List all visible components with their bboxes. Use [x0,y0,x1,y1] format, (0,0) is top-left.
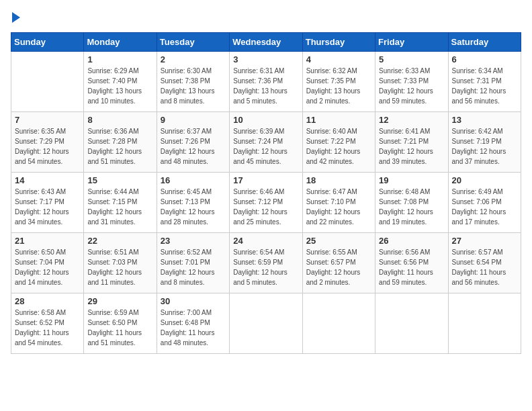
day-detail: Sunrise: 6:49 AM Sunset: 7:06 PM Dayligh… [452,187,517,227]
day-cell: 2Sunrise: 6:30 AM Sunset: 7:38 PM Daylig… [157,51,229,111]
day-detail: Sunrise: 6:43 AM Sunset: 7:17 PM Dayligh… [15,187,80,227]
day-detail: Sunrise: 6:50 AM Sunset: 7:04 PM Dayligh… [15,247,80,287]
day-number: 12 [379,115,444,125]
day-cell: 3Sunrise: 6:31 AM Sunset: 7:36 PM Daylig… [230,51,302,111]
week-row-5: 28Sunrise: 6:58 AM Sunset: 6:52 PM Dayli… [11,293,521,353]
day-number: 1 [87,54,152,64]
day-number: 4 [306,54,371,64]
day-number: 13 [452,115,517,125]
day-number: 5 [379,54,444,64]
day-cell: 10Sunrise: 6:39 AM Sunset: 7:24 PM Dayli… [230,111,302,172]
day-cell: 5Sunrise: 6:33 AM Sunset: 7:33 PM Daylig… [375,51,448,111]
day-number: 15 [87,175,152,185]
day-detail: Sunrise: 6:57 AM Sunset: 6:54 PM Dayligh… [452,247,517,287]
header-thursday: Thursday [302,32,375,51]
day-number: 20 [452,175,517,185]
day-cell [11,51,84,111]
day-detail: Sunrise: 6:35 AM Sunset: 7:29 PM Dayligh… [15,126,80,167]
day-detail: Sunrise: 6:48 AM Sunset: 7:08 PM Dayligh… [379,187,444,227]
day-number: 22 [87,236,152,246]
day-number: 11 [306,115,371,125]
day-number: 26 [379,236,444,246]
day-cell: 23Sunrise: 6:52 AM Sunset: 7:01 PM Dayli… [157,232,229,293]
week-row-4: 21Sunrise: 6:50 AM Sunset: 7:04 PM Dayli… [11,232,521,293]
day-number: 7 [15,115,80,125]
day-detail: Sunrise: 6:54 AM Sunset: 6:59 PM Dayligh… [233,247,298,287]
day-detail: Sunrise: 6:29 AM Sunset: 7:40 PM Dayligh… [87,66,152,106]
day-cell: 15Sunrise: 6:44 AM Sunset: 7:15 PM Dayli… [84,172,157,232]
day-number: 30 [161,296,226,306]
day-cell [375,293,448,353]
header-wednesday: Wednesday [230,32,302,51]
day-number: 25 [306,236,371,246]
day-number: 8 [87,115,152,125]
logo-general [11,11,20,24]
day-cell: 14Sunrise: 6:43 AM Sunset: 7:17 PM Dayli… [11,172,84,232]
day-cell: 7Sunrise: 6:35 AM Sunset: 7:29 PM Daylig… [11,111,84,172]
day-detail: Sunrise: 6:44 AM Sunset: 7:15 PM Dayligh… [87,187,152,227]
day-cell: 21Sunrise: 6:50 AM Sunset: 7:04 PM Dayli… [11,232,84,293]
day-cell: 13Sunrise: 6:42 AM Sunset: 7:19 PM Dayli… [448,111,521,172]
day-detail: Sunrise: 6:58 AM Sunset: 6:52 PM Dayligh… [15,308,80,348]
day-cell [302,293,375,353]
day-detail: Sunrise: 6:59 AM Sunset: 6:50 PM Dayligh… [87,308,152,348]
day-number: 9 [161,115,226,125]
day-number: 10 [233,115,298,125]
header-sunday: Sunday [11,32,84,51]
day-detail: Sunrise: 6:47 AM Sunset: 7:10 PM Dayligh… [306,187,371,227]
day-detail: Sunrise: 6:31 AM Sunset: 7:36 PM Dayligh… [233,66,298,106]
header-tuesday: Tuesday [157,32,229,51]
header-friday: Friday [375,32,448,51]
day-detail: Sunrise: 6:39 AM Sunset: 7:24 PM Dayligh… [233,126,298,167]
day-number: 17 [233,175,298,185]
logo-arrow-icon [12,12,20,23]
day-cell [448,293,521,353]
day-cell [230,293,302,353]
day-detail: Sunrise: 6:51 AM Sunset: 7:03 PM Dayligh… [87,247,152,287]
day-detail: Sunrise: 6:52 AM Sunset: 7:01 PM Dayligh… [161,247,226,287]
day-detail: Sunrise: 6:32 AM Sunset: 7:35 PM Dayligh… [306,66,371,106]
day-cell: 16Sunrise: 6:45 AM Sunset: 7:13 PM Dayli… [157,172,229,232]
day-detail: Sunrise: 6:41 AM Sunset: 7:21 PM Dayligh… [379,126,444,167]
header-row: SundayMondayTuesdayWednesdayThursdayFrid… [11,32,521,51]
day-cell: 24Sunrise: 6:54 AM Sunset: 6:59 PM Dayli… [230,232,302,293]
day-detail: Sunrise: 6:37 AM Sunset: 7:26 PM Dayligh… [161,126,226,167]
week-row-2: 7Sunrise: 6:35 AM Sunset: 7:29 PM Daylig… [11,111,521,172]
week-row-1: 1Sunrise: 6:29 AM Sunset: 7:40 PM Daylig… [11,51,521,111]
day-number: 21 [15,236,80,246]
day-cell: 20Sunrise: 6:49 AM Sunset: 7:06 PM Dayli… [448,172,521,232]
day-number: 6 [452,54,517,64]
day-cell: 9Sunrise: 6:37 AM Sunset: 7:26 PM Daylig… [157,111,229,172]
day-detail: Sunrise: 6:30 AM Sunset: 7:38 PM Dayligh… [161,66,226,106]
header-saturday: Saturday [448,32,521,51]
calendar-header: SundayMondayTuesdayWednesdayThursdayFrid… [11,32,521,51]
day-cell: 25Sunrise: 6:55 AM Sunset: 6:57 PM Dayli… [302,232,375,293]
day-detail: Sunrise: 6:40 AM Sunset: 7:22 PM Dayligh… [306,126,371,167]
header-monday: Monday [84,32,157,51]
day-detail: Sunrise: 6:55 AM Sunset: 6:57 PM Dayligh… [306,247,371,287]
day-cell: 22Sunrise: 6:51 AM Sunset: 7:03 PM Dayli… [84,232,157,293]
week-row-3: 14Sunrise: 6:43 AM Sunset: 7:17 PM Dayli… [11,172,521,232]
day-cell: 6Sunrise: 6:34 AM Sunset: 7:31 PM Daylig… [448,51,521,111]
day-number: 14 [15,175,80,185]
day-detail: Sunrise: 6:36 AM Sunset: 7:28 PM Dayligh… [87,126,152,167]
day-detail: Sunrise: 6:42 AM Sunset: 7:19 PM Dayligh… [452,126,517,167]
day-detail: Sunrise: 6:33 AM Sunset: 7:33 PM Dayligh… [379,66,444,106]
day-detail: Sunrise: 6:46 AM Sunset: 7:12 PM Dayligh… [233,187,298,227]
day-number: 19 [379,175,444,185]
day-cell: 29Sunrise: 6:59 AM Sunset: 6:50 PM Dayli… [84,293,157,353]
page-header [11,11,521,24]
day-cell: 12Sunrise: 6:41 AM Sunset: 7:21 PM Dayli… [375,111,448,172]
day-number: 28 [15,296,80,306]
calendar-body: 1Sunrise: 6:29 AM Sunset: 7:40 PM Daylig… [11,51,521,353]
day-number: 2 [161,54,226,64]
day-detail: Sunrise: 6:34 AM Sunset: 7:31 PM Dayligh… [452,66,517,106]
day-cell: 4Sunrise: 6:32 AM Sunset: 7:35 PM Daylig… [302,51,375,111]
day-cell: 18Sunrise: 6:47 AM Sunset: 7:10 PM Dayli… [302,172,375,232]
day-detail: Sunrise: 6:45 AM Sunset: 7:13 PM Dayligh… [161,187,226,227]
day-cell: 26Sunrise: 6:56 AM Sunset: 6:56 PM Dayli… [375,232,448,293]
day-number: 18 [306,175,371,185]
day-cell: 28Sunrise: 6:58 AM Sunset: 6:52 PM Dayli… [11,293,84,353]
logo [11,11,20,24]
day-number: 16 [161,175,226,185]
